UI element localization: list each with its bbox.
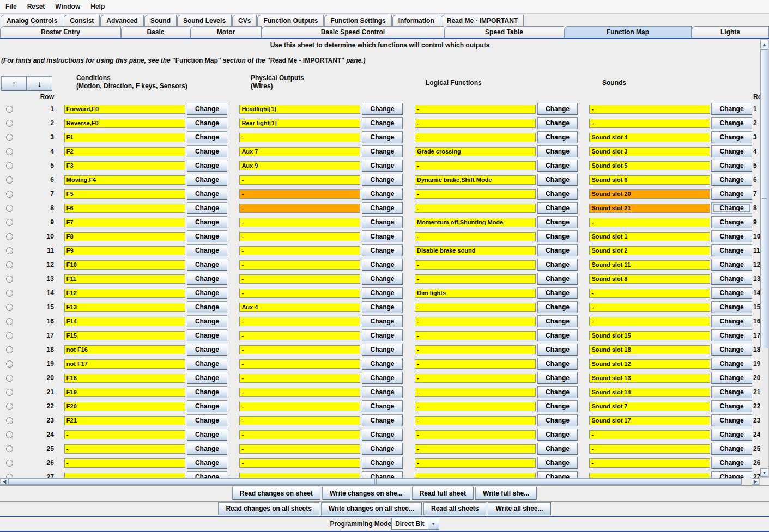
- sounds-change-button[interactable]: Change: [711, 429, 752, 441]
- outputs-change-button[interactable]: Change: [362, 301, 403, 313]
- sounds-change-button[interactable]: Change: [711, 301, 752, 313]
- conditions-field[interactable]: F18: [64, 374, 185, 383]
- conditions-change-button[interactable]: Change: [187, 160, 228, 172]
- conditions-field[interactable]: F21: [64, 416, 185, 425]
- sounds-change-button[interactable]: Change: [711, 174, 752, 186]
- sounds-field[interactable]: Sound slot 6: [589, 175, 710, 185]
- sounds-field[interactable]: Sound slot 13: [589, 374, 710, 383]
- logical-field[interactable]: -: [415, 119, 536, 128]
- outputs-change-button[interactable]: Change: [362, 287, 403, 299]
- conditions-field[interactable]: not F17: [64, 359, 185, 369]
- logical-field[interactable]: -: [415, 331, 536, 340]
- outputs-change-button[interactable]: Change: [362, 259, 403, 271]
- outputs-change-button[interactable]: Change: [362, 103, 403, 115]
- outputs-field[interactable]: Rear light[1]: [239, 119, 360, 128]
- logical-field[interactable]: -: [415, 345, 536, 354]
- conditions-field[interactable]: Forward,F0: [64, 105, 185, 114]
- conditions-change-button[interactable]: Change: [187, 131, 228, 143]
- outputs-field[interactable]: Aux 4: [239, 303, 360, 312]
- outputs-change-button[interactable]: Change: [362, 131, 403, 143]
- outputs-change-button[interactable]: Change: [362, 202, 403, 214]
- sounds-field[interactable]: Sound slot 2: [589, 246, 710, 255]
- logical-field[interactable]: -: [415, 402, 536, 411]
- row-select-radio[interactable]: [6, 106, 13, 113]
- conditions-change-button[interactable]: Change: [187, 358, 228, 370]
- sounds-change-button[interactable]: Change: [711, 216, 752, 228]
- tab-lights[interactable]: Lights: [692, 26, 769, 38]
- conditions-change-button[interactable]: Change: [187, 273, 228, 285]
- move-row-up-button[interactable]: ↑: [1, 76, 27, 91]
- write-all-shee-button[interactable]: Write all shee...: [488, 502, 550, 515]
- sounds-field[interactable]: Sound slot 18: [589, 345, 710, 354]
- sounds-field[interactable]: Sound slot 14: [589, 388, 710, 397]
- logical-field[interactable]: -: [415, 161, 536, 170]
- read-changes-on-sheet-button[interactable]: Read changes on sheet: [232, 487, 320, 500]
- sounds-change-button[interactable]: Change: [711, 329, 752, 341]
- tab-consist[interactable]: Consist: [64, 15, 100, 26]
- conditions-field[interactable]: F19: [64, 388, 185, 397]
- outputs-field[interactable]: -: [239, 416, 360, 425]
- menu-item-help[interactable]: Help: [87, 3, 108, 10]
- outputs-change-button[interactable]: Change: [362, 386, 403, 398]
- sounds-change-button[interactable]: Change: [711, 145, 752, 157]
- logical-change-button[interactable]: Change: [537, 358, 578, 370]
- logical-field[interactable]: -: [415, 303, 536, 312]
- logical-change-button[interactable]: Change: [537, 372, 578, 384]
- outputs-change-button[interactable]: Change: [362, 230, 403, 242]
- logical-field[interactable]: -: [415, 359, 536, 369]
- sounds-change-button[interactable]: Change: [711, 443, 752, 455]
- conditions-change-button[interactable]: Change: [187, 259, 228, 271]
- sounds-change-button[interactable]: Change: [711, 131, 752, 143]
- conditions-change-button[interactable]: Change: [187, 429, 228, 441]
- logical-change-button[interactable]: Change: [537, 145, 578, 157]
- row-select-radio[interactable]: [6, 403, 13, 410]
- row-select-radio[interactable]: [6, 332, 13, 339]
- conditions-change-button[interactable]: Change: [187, 202, 228, 214]
- logical-field[interactable]: -: [415, 458, 536, 468]
- sounds-field[interactable]: -: [589, 458, 710, 468]
- sounds-field[interactable]: -: [589, 303, 710, 312]
- tab-motor[interactable]: Motor: [190, 26, 262, 38]
- logical-field[interactable]: Dynamic brake,Shift Mode: [415, 175, 536, 185]
- row-select-radio[interactable]: [6, 445, 13, 452]
- conditions-change-button[interactable]: Change: [187, 443, 228, 455]
- logical-change-button[interactable]: Change: [537, 386, 578, 398]
- conditions-field[interactable]: F10: [64, 260, 185, 270]
- row-select-radio[interactable]: [6, 474, 13, 478]
- logical-change-button[interactable]: Change: [537, 471, 578, 478]
- logical-field[interactable]: -: [415, 105, 536, 114]
- conditions-field[interactable]: not F16: [64, 345, 185, 354]
- row-select-radio[interactable]: [6, 247, 13, 254]
- programming-mode-select[interactable]: Direct Bit ▼: [391, 518, 439, 530]
- outputs-field[interactable]: -: [239, 402, 360, 411]
- menu-item-window[interactable]: Window: [51, 3, 84, 10]
- logical-change-button[interactable]: Change: [537, 216, 578, 228]
- row-select-radio[interactable]: [6, 134, 13, 141]
- outputs-change-button[interactable]: Change: [362, 188, 403, 200]
- sounds-change-button[interactable]: Change: [711, 160, 752, 172]
- logical-change-button[interactable]: Change: [537, 202, 578, 214]
- row-select-radio[interactable]: [6, 290, 13, 297]
- conditions-change-button[interactable]: Change: [187, 145, 228, 157]
- conditions-field[interactable]: F5: [64, 189, 185, 199]
- tab-cvs[interactable]: CVs: [232, 15, 257, 26]
- logical-field[interactable]: -: [415, 430, 536, 439]
- row-select-radio[interactable]: [6, 219, 13, 226]
- logical-change-button[interactable]: Change: [537, 273, 578, 285]
- row-select-radio[interactable]: [6, 460, 13, 467]
- conditions-field[interactable]: Moving,F4: [64, 175, 185, 185]
- vertical-scrollbar-thumb[interactable]: [760, 49, 768, 348]
- conditions-change-button[interactable]: Change: [187, 344, 228, 356]
- row-select-radio[interactable]: [6, 148, 13, 155]
- logical-field[interactable]: -: [415, 204, 536, 213]
- conditions-change-button[interactable]: Change: [187, 471, 228, 478]
- conditions-change-button[interactable]: Change: [187, 386, 228, 398]
- sounds-change-button[interactable]: Change: [711, 315, 752, 327]
- sounds-change-button[interactable]: Change: [711, 344, 752, 356]
- row-select-radio[interactable]: [6, 304, 13, 311]
- sounds-field[interactable]: Sound slot 7: [589, 402, 710, 411]
- sounds-change-button[interactable]: Change: [711, 471, 752, 478]
- conditions-field[interactable]: F8: [64, 232, 185, 241]
- sounds-change-button[interactable]: Change: [711, 287, 752, 299]
- conditions-field[interactable]: F7: [64, 218, 185, 227]
